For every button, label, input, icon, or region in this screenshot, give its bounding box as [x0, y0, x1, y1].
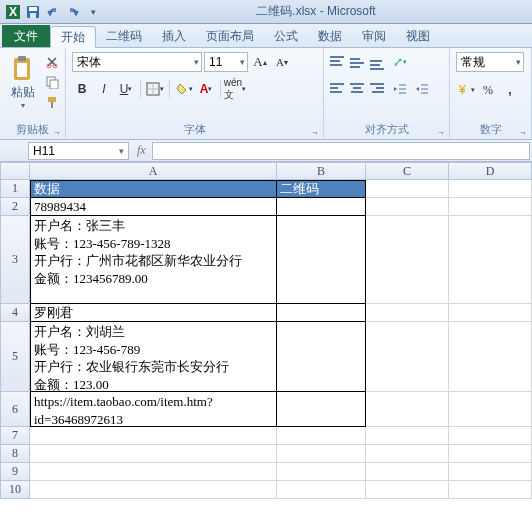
cell-D6[interactable] [449, 392, 532, 427]
row-header[interactable]: 7 [0, 427, 30, 445]
font-name-combo[interactable]: 宋体▾ [72, 52, 202, 72]
align-top-icon[interactable] [330, 54, 348, 70]
name-box[interactable]: H11▾ [28, 142, 129, 160]
col-header-d[interactable]: D [449, 162, 532, 180]
cell-A4[interactable]: 罗刚君 [30, 304, 277, 322]
cell-B6[interactable] [277, 392, 366, 427]
underline-button[interactable]: U▾ [116, 79, 136, 99]
cell-B10[interactable] [277, 481, 366, 499]
cell-D1[interactable] [449, 180, 532, 198]
orientation-icon[interactable]: ⤢▾ [390, 52, 410, 72]
cell-A8[interactable] [30, 445, 277, 463]
redo-icon[interactable] [64, 3, 82, 21]
row-header[interactable]: 9 [0, 463, 30, 481]
accounting-format-icon[interactable]: ¥▾ [456, 80, 476, 100]
tab-layout[interactable]: 页面布局 [196, 25, 264, 47]
cell-D3[interactable] [449, 216, 532, 304]
fx-icon[interactable]: fx [137, 143, 146, 158]
bold-button[interactable]: B [72, 79, 92, 99]
row-header[interactable]: 8 [0, 445, 30, 463]
copy-icon[interactable] [44, 74, 60, 90]
cut-icon[interactable] [44, 54, 60, 70]
cell-C9[interactable] [366, 463, 449, 481]
qat-dropdown-icon[interactable]: ▾ [84, 3, 102, 21]
tab-home[interactable]: 开始 [50, 26, 96, 48]
fill-color-button[interactable]: ▾ [174, 79, 194, 99]
cell-A2[interactable]: 78989434 [30, 198, 277, 216]
cell-C8[interactable] [366, 445, 449, 463]
increase-indent-icon[interactable] [412, 79, 432, 99]
align-left-icon[interactable] [330, 81, 348, 97]
tab-insert[interactable]: 插入 [152, 25, 196, 47]
font-size-combo[interactable]: 11▾ [204, 52, 248, 72]
cell-C3[interactable] [366, 216, 449, 304]
row-header[interactable]: 3 [0, 216, 30, 304]
cell-B4[interactable] [277, 304, 366, 322]
cell-C7[interactable] [366, 427, 449, 445]
font-color-button[interactable]: A▾ [196, 79, 216, 99]
formula-input[interactable] [152, 142, 530, 160]
format-painter-icon[interactable] [44, 94, 60, 110]
col-header-b[interactable]: B [277, 162, 366, 180]
row-header[interactable]: 2 [0, 198, 30, 216]
cell-D9[interactable] [449, 463, 532, 481]
cell-D4[interactable] [449, 304, 532, 322]
cell-B8[interactable] [277, 445, 366, 463]
row-header[interactable]: 5 [0, 322, 30, 392]
save-icon[interactable] [24, 3, 42, 21]
cell-A7[interactable] [30, 427, 277, 445]
cell-A10[interactable] [30, 481, 277, 499]
cell-C1[interactable] [366, 180, 449, 198]
tab-view[interactable]: 视图 [396, 25, 440, 47]
cell-B2[interactable] [277, 198, 366, 216]
cell-A1[interactable]: 数据 [30, 180, 277, 198]
cell-B1[interactable]: 二维码 [277, 180, 366, 198]
italic-button[interactable]: I [94, 79, 114, 99]
row-header[interactable]: 4 [0, 304, 30, 322]
comma-format-icon[interactable]: , [500, 80, 520, 100]
cell-C5[interactable] [366, 322, 449, 392]
align-center-icon[interactable] [350, 81, 368, 97]
increase-font-icon[interactable]: A▴ [250, 52, 270, 72]
tab-file[interactable]: 文件 [2, 25, 50, 47]
cell-B5[interactable] [277, 322, 366, 392]
cell-D7[interactable] [449, 427, 532, 445]
row-header[interactable]: 1 [0, 180, 30, 198]
cell-D8[interactable] [449, 445, 532, 463]
cell-C2[interactable] [366, 198, 449, 216]
cell-C4[interactable] [366, 304, 449, 322]
row-header[interactable]: 10 [0, 481, 30, 499]
cell-A5[interactable]: 开户名：刘胡兰 账号：123-456-789 开户行：农业银行东莞市长安分行 金… [30, 322, 277, 392]
tab-review[interactable]: 审阅 [352, 25, 396, 47]
tab-data[interactable]: 数据 [308, 25, 352, 47]
cell-C6[interactable] [366, 392, 449, 427]
decrease-indent-icon[interactable] [390, 79, 410, 99]
cell-B3[interactable] [277, 216, 366, 304]
cell-B9[interactable] [277, 463, 366, 481]
align-right-icon[interactable] [370, 81, 388, 97]
select-all-corner[interactable] [0, 162, 30, 180]
row-header[interactable]: 6 [0, 392, 30, 427]
excel-icon[interactable]: X [4, 3, 22, 21]
col-header-a[interactable]: A [30, 162, 277, 180]
cell-B7[interactable] [277, 427, 366, 445]
phonetic-button[interactable]: wén文▾ [225, 79, 245, 99]
percent-format-icon[interactable]: % [478, 80, 498, 100]
paste-button[interactable]: 粘贴 ▾ [6, 52, 40, 112]
cell-A9[interactable] [30, 463, 277, 481]
number-format-combo[interactable]: 常规▾ [456, 52, 524, 72]
undo-icon[interactable] [44, 3, 62, 21]
cell-A6[interactable]: https://item.taobao.com/item.htm?id=3646… [30, 392, 277, 427]
tab-qr[interactable]: 二维码 [96, 25, 152, 47]
decrease-font-icon[interactable]: A▾ [272, 52, 292, 72]
col-header-c[interactable]: C [366, 162, 449, 180]
align-middle-icon[interactable] [350, 54, 368, 70]
tab-formula[interactable]: 公式 [264, 25, 308, 47]
cell-A3[interactable]: 开户名：张三丰 账号：123-456-789-1328 开户行：广州市花都区新华… [30, 216, 277, 304]
borders-button[interactable]: ▾ [145, 79, 165, 99]
cell-D5[interactable] [449, 322, 532, 392]
cell-D10[interactable] [449, 481, 532, 499]
align-bottom-icon[interactable] [370, 54, 388, 70]
cell-C10[interactable] [366, 481, 449, 499]
cell-D2[interactable] [449, 198, 532, 216]
